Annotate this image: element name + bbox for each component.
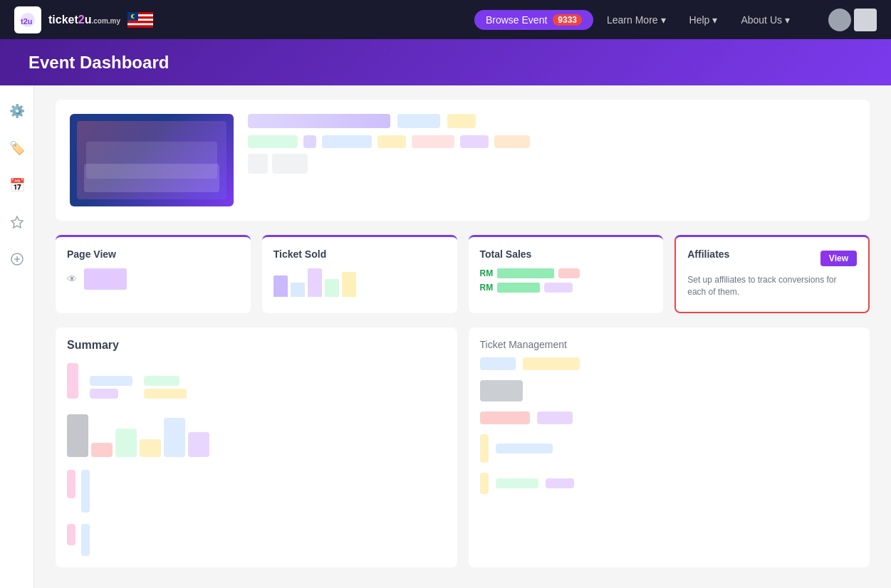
bottom-section: Summary bbox=[56, 327, 870, 567]
page-view-bar bbox=[84, 268, 127, 290]
sidebar-item-calendar[interactable]: 📅 bbox=[6, 174, 28, 196]
rm-bar-accent-2 bbox=[544, 283, 573, 293]
ticket-sold-title: Ticket Sold bbox=[273, 248, 446, 260]
event-count-badge: 9333 bbox=[553, 14, 582, 26]
user-menu[interactable] bbox=[854, 9, 877, 31]
rm-row-1: RM bbox=[480, 268, 652, 278]
browse-event-button[interactable]: Browse Event 9333 bbox=[474, 10, 593, 30]
sidebar-item-settings[interactable]: ⚙️ bbox=[6, 100, 28, 122]
page-header: Event Dashboard bbox=[0, 39, 891, 85]
ticket-sold-card: Ticket Sold bbox=[262, 235, 457, 313]
rm-bar-1 bbox=[497, 268, 554, 278]
affiliates-description: Set up affiliates to track conversions f… bbox=[687, 274, 857, 298]
svg-rect-10 bbox=[127, 25, 153, 27]
top-navigation: t2u ticket2u.com.my Browse Ev bbox=[0, 0, 891, 39]
svg-point-13 bbox=[132, 14, 135, 17]
event-chips-row bbox=[248, 135, 855, 148]
summary-title: Summary bbox=[67, 339, 446, 352]
summary-chart bbox=[67, 414, 446, 457]
svg-rect-8 bbox=[127, 21, 153, 23]
event-name-row bbox=[248, 114, 855, 128]
sidebar-item-add[interactable] bbox=[6, 248, 28, 271]
ticket-row-1 bbox=[480, 357, 859, 370]
summary-card: Summary bbox=[56, 327, 457, 567]
total-sales-content: RM RM bbox=[480, 268, 652, 293]
rm-bar-accent-1 bbox=[558, 268, 580, 278]
page-title: Event Dashboard bbox=[28, 53, 169, 73]
rm-bar-2 bbox=[497, 283, 540, 293]
page-view-content: 👁 bbox=[67, 268, 239, 290]
summary-content bbox=[67, 363, 446, 556]
total-sales-title: Total Sales bbox=[480, 248, 652, 260]
learn-more-link[interactable]: Learn More ▾ bbox=[597, 9, 676, 31]
affiliates-view-button[interactable]: View bbox=[820, 251, 857, 266]
ticket-row-4 bbox=[480, 434, 859, 463]
logo-area: t2u ticket2u.com.my bbox=[14, 6, 153, 33]
ticket-row-3 bbox=[480, 411, 859, 424]
help-link[interactable]: Help ▾ bbox=[679, 9, 728, 31]
affiliates-title: Affiliates bbox=[687, 248, 729, 260]
ticket-row-2 bbox=[480, 380, 859, 401]
event-thumbnail bbox=[70, 114, 234, 206]
eye-icon: 👁 bbox=[67, 273, 77, 285]
ticket-mgmt-content bbox=[480, 357, 859, 494]
summary-extra-2 bbox=[67, 524, 446, 556]
summary-row-1 bbox=[67, 363, 446, 399]
sidebar-item-star[interactable] bbox=[6, 211, 28, 233]
svg-rect-9 bbox=[127, 23, 153, 25]
affiliates-card: Affiliates View Set up affiliates to tra… bbox=[674, 235, 870, 313]
main-layout: ⚙️ 🏷️ 📅 bbox=[0, 85, 891, 588]
ticket-sold-bars bbox=[273, 268, 446, 297]
ticket-management-title: Ticket Management bbox=[480, 339, 859, 350]
event-details bbox=[248, 114, 855, 174]
event-extra-row bbox=[248, 154, 855, 174]
svg-text:t2u: t2u bbox=[21, 17, 33, 26]
ticket-row-5 bbox=[480, 473, 859, 494]
user-area bbox=[828, 9, 877, 31]
rm-row-2: RM bbox=[480, 283, 652, 293]
user-avatar[interactable] bbox=[828, 9, 851, 31]
affiliates-header: Affiliates View bbox=[687, 248, 857, 268]
nav-links: Browse Event 9333 Learn More ▾ Help ▾ Ab… bbox=[474, 9, 800, 31]
sidebar: ⚙️ 🏷️ 📅 bbox=[0, 85, 34, 588]
ticket-management-card: Ticket Management bbox=[469, 327, 870, 567]
malaysia-badge bbox=[127, 12, 153, 28]
page-view-title: Page View bbox=[67, 248, 239, 260]
page-view-card: Page View 👁 bbox=[56, 235, 251, 313]
event-info-card bbox=[56, 100, 870, 221]
summary-extra-1 bbox=[67, 470, 446, 513]
total-sales-card: Total Sales RM RM bbox=[469, 235, 664, 313]
main-content: Page View 👁 Ticket Sold Tot bbox=[34, 85, 891, 588]
stats-row: Page View 👁 Ticket Sold Tot bbox=[56, 235, 870, 313]
sidebar-item-tags[interactable]: 🏷️ bbox=[6, 137, 28, 159]
about-us-link[interactable]: About Us ▾ bbox=[731, 9, 800, 31]
logo-icon: t2u bbox=[14, 6, 41, 33]
logo-text: ticket2u.com.my bbox=[48, 14, 120, 26]
